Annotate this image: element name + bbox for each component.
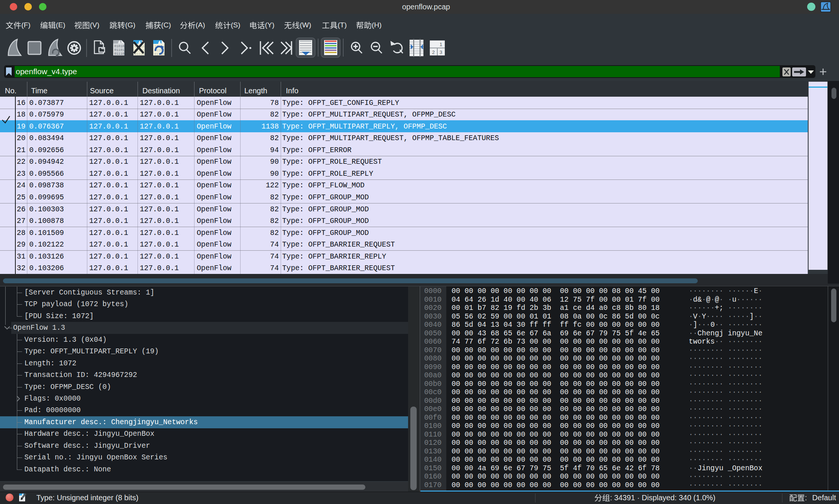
svg-text:2: 2 <box>432 49 435 55</box>
svg-text:1: 1 <box>440 42 442 47</box>
svg-text:3: 3 <box>440 49 442 55</box>
svg-text:01110: 01110 <box>114 52 124 56</box>
svg-text:01101: 01101 <box>114 48 124 52</box>
svg-text:01010: 01010 <box>114 45 124 48</box>
